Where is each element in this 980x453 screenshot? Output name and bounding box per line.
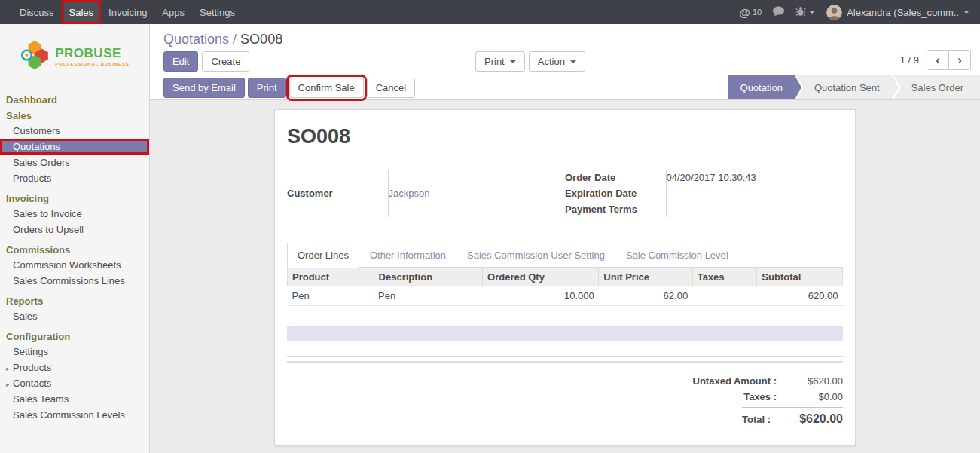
topbar-menu-settings[interactable]: Settings bbox=[192, 0, 243, 24]
sidebar-item-products-config[interactable]: ▸Products bbox=[0, 360, 149, 375]
left-field-group: Customer Jackpson bbox=[287, 170, 565, 217]
column-header-taxes: Taxes bbox=[692, 268, 757, 286]
taxes-label: Taxes : bbox=[743, 389, 777, 405]
sidebar-item-contacts[interactable]: ▸Contacts bbox=[0, 375, 149, 391]
topbar-menu-sales[interactable]: Sales bbox=[62, 0, 102, 24]
sidebar-item-label: Contacts bbox=[13, 378, 51, 389]
sidebar-item-orders-to-upsell[interactable]: Orders to Upsell bbox=[0, 222, 149, 237]
untaxed-amount-label: Untaxed Amount : bbox=[693, 373, 777, 389]
activity-at-icon: @ bbox=[739, 6, 750, 19]
cell-product: Pen bbox=[288, 286, 374, 306]
pager: 1 / 9 ‹ › bbox=[900, 50, 971, 70]
sidebar-item-sales-commissions-lines[interactable]: Sales Commissions Lines bbox=[0, 273, 149, 289]
separator-line bbox=[287, 356, 843, 357]
cancel-button[interactable]: Cancel bbox=[367, 78, 415, 98]
caret-down-icon bbox=[809, 11, 815, 14]
sidebar-item-products[interactable]: Products bbox=[0, 170, 149, 186]
confirm-sale-button[interactable]: Confirm Sale bbox=[289, 78, 364, 98]
field-groups: Customer Jackpson Order Date 04/20/2017 … bbox=[287, 170, 843, 217]
order-date-value: 04/20/2017 10:30:43 bbox=[666, 170, 843, 185]
sidebar-item-sales-to-invoice[interactable]: Sales to Invoice bbox=[0, 206, 149, 222]
expiration-date-label: Expiration Date bbox=[565, 185, 666, 201]
tab-order-lines[interactable]: Order Lines bbox=[287, 243, 359, 268]
notebook-tabs: Order Lines Other Information Sales Comm… bbox=[287, 243, 843, 268]
pager-next-button[interactable]: › bbox=[948, 50, 971, 70]
tab-sale-commission-level[interactable]: Sale Commission Level bbox=[615, 243, 739, 268]
sidebar-item-label: Products bbox=[13, 362, 51, 373]
status-pipeline: Quotation Quotation Sent Sales Order bbox=[728, 75, 980, 99]
topbar-menu-apps[interactable]: Apps bbox=[154, 0, 192, 24]
sidebar-item-dashboard[interactable]: Dashboard bbox=[0, 91, 149, 107]
action-buttons: Print Action bbox=[475, 51, 585, 72]
order-date-label: Order Date bbox=[565, 170, 666, 185]
sidebar-item-settings[interactable]: Settings bbox=[0, 344, 149, 360]
total-label: Total : bbox=[742, 412, 771, 427]
sidebar-item-sales-report[interactable]: Sales bbox=[0, 308, 149, 324]
breadcrumb-current: SO008 bbox=[240, 32, 282, 47]
bug-icon bbox=[795, 6, 806, 19]
cell-ordered-qty: 10.000 bbox=[483, 286, 599, 306]
topbar: Discuss Sales Invoicing Apps Settings @ … bbox=[0, 0, 980, 24]
column-header-unit-price: Unit Price bbox=[599, 268, 692, 286]
sidebar-section-sales[interactable]: Sales bbox=[0, 107, 149, 123]
topbar-menu-invoicing[interactable]: Invoicing bbox=[101, 0, 154, 24]
logo-subtitle: PROFESSIONAL BUSINESS bbox=[55, 62, 129, 66]
document-sheet: SO008 Customer Jackpson Order Date 04/20… bbox=[274, 109, 856, 446]
notes-field-row bbox=[287, 326, 843, 341]
messages-menu[interactable] bbox=[773, 6, 784, 19]
caret-down-icon bbox=[510, 60, 516, 63]
right-field-group: Order Date 04/20/2017 10:30:43 Expiratio… bbox=[565, 170, 843, 217]
probuse-logo-icon bbox=[20, 39, 50, 73]
pager-previous-button[interactable]: ‹ bbox=[927, 50, 949, 70]
sidebar-section-reports[interactable]: Reports bbox=[0, 292, 149, 308]
chevron-right-icon: ▸ bbox=[6, 365, 13, 372]
customer-value-link[interactable]: Jackpson bbox=[388, 170, 565, 217]
tab-sales-commission-user-setting[interactable]: Sales Commission User Setting bbox=[456, 243, 615, 268]
payment-terms-label: Payment Terms bbox=[565, 201, 666, 217]
breadcrumb-separator: / bbox=[233, 32, 237, 47]
sidebar-menu: Dashboard Sales Customers Quotations Sal… bbox=[0, 85, 149, 423]
cell-subtotal: 620.00 bbox=[757, 286, 843, 306]
sidebar-section-configuration[interactable]: Configuration bbox=[0, 328, 149, 344]
breadcrumb-quotations-link[interactable]: Quotations bbox=[163, 32, 229, 47]
status-quotation[interactable]: Quotation bbox=[728, 75, 795, 99]
user-menu[interactable]: Alexandra (Sales_comm.. bbox=[826, 5, 969, 20]
user-avatar bbox=[826, 5, 842, 20]
status-sales-order[interactable]: Sales Order bbox=[892, 75, 980, 99]
print-button[interactable]: Print bbox=[248, 78, 286, 98]
action-dropdown-button[interactable]: Action bbox=[529, 51, 585, 72]
debug-menu[interactable] bbox=[795, 6, 815, 19]
main-panel: Quotations / SO008 Edit Create Print Act… bbox=[150, 24, 980, 453]
sidebar-section-commissions[interactable]: Commissions bbox=[0, 241, 149, 257]
tab-other-information[interactable]: Other Information bbox=[359, 243, 456, 268]
total-value: $620.00 bbox=[771, 411, 843, 427]
activity-menu[interactable]: @ 10 bbox=[739, 6, 762, 19]
probuse-logo: PROBUSE PROFESSIONAL BUSINESS bbox=[0, 24, 149, 85]
customer-label: Customer bbox=[287, 170, 388, 217]
column-header-ordered-qty: Ordered Qty bbox=[483, 268, 599, 286]
activity-count-badge: 10 bbox=[753, 8, 762, 17]
topbar-menu-discuss[interactable]: Discuss bbox=[12, 0, 62, 24]
create-button[interactable]: Create bbox=[202, 51, 249, 72]
print-dropdown-button[interactable]: Print bbox=[475, 51, 525, 72]
sidebar-item-sales-teams[interactable]: Sales Teams bbox=[0, 391, 149, 407]
logo-title: PROBUSE bbox=[55, 47, 129, 60]
send-by-email-button[interactable]: Send by Email bbox=[163, 78, 245, 98]
document-title: SO008 bbox=[287, 125, 843, 148]
sidebar-section-invoicing[interactable]: Invoicing bbox=[0, 190, 149, 206]
edit-button[interactable]: Edit bbox=[163, 51, 198, 72]
sidebar-item-sales-commission-levels[interactable]: Sales Commission Levels bbox=[0, 407, 149, 423]
form-view: SO008 Customer Jackpson Order Date 04/20… bbox=[150, 100, 980, 446]
total-row: Total : $620.00 bbox=[742, 407, 843, 427]
sidebar-item-commission-worksheets[interactable]: Commission Worksheets bbox=[0, 257, 149, 273]
untaxed-amount-value: $620.00 bbox=[777, 373, 843, 389]
order-line-row[interactable]: Pen Pen 10.000 62.00 620.00 bbox=[288, 286, 843, 306]
notebook: Order Lines Other Information Sales Comm… bbox=[287, 243, 843, 427]
column-header-description: Description bbox=[374, 268, 483, 286]
sidebar-item-quotations[interactable]: Quotations bbox=[0, 139, 149, 155]
status-quotation-sent[interactable]: Quotation Sent bbox=[795, 75, 892, 99]
sidebar-item-customers[interactable]: Customers bbox=[0, 123, 149, 139]
order-lines-header-row: Product Description Ordered Qty Unit Pri… bbox=[288, 268, 843, 286]
chat-bubble-icon bbox=[773, 6, 784, 19]
sidebar-item-sales-orders[interactable]: Sales Orders bbox=[0, 155, 149, 170]
